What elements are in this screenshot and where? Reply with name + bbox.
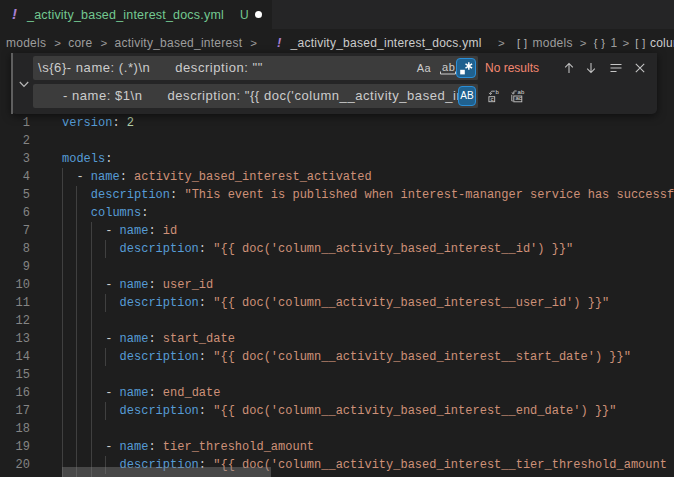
svg-text:b: b: [495, 89, 499, 95]
svg-text:ab: ab: [518, 89, 525, 95]
svg-text:ab: ab: [442, 61, 455, 73]
svg-text:ac: ac: [515, 95, 521, 101]
svg-text:c: c: [490, 96, 493, 102]
